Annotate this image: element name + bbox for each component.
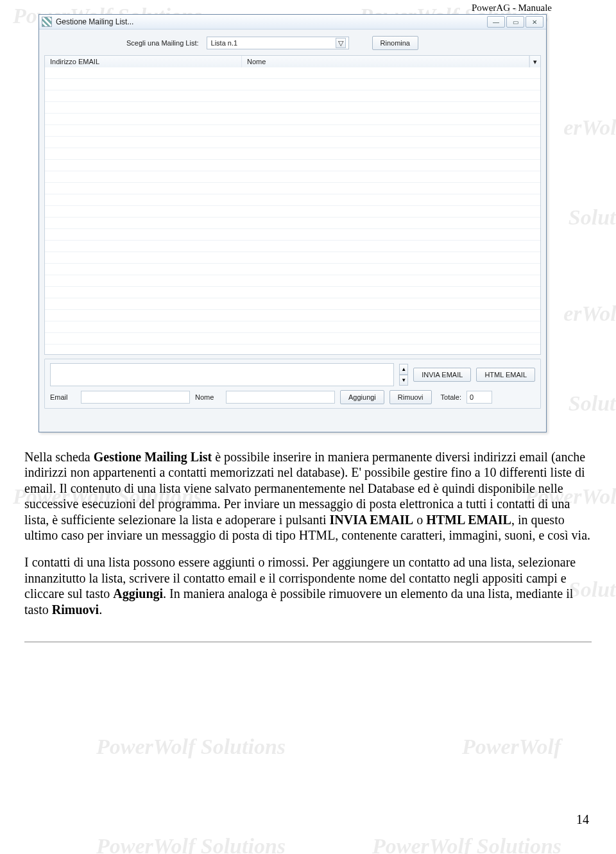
- table-row: [45, 206, 540, 218]
- spin-down-button[interactable]: ▼: [399, 375, 408, 386]
- column-email[interactable]: Indirizzo EMAIL: [45, 56, 242, 67]
- message-editor[interactable]: [50, 363, 394, 386]
- watermark: PowerWolf Solutions: [96, 834, 286, 854]
- table-row: [45, 333, 540, 345]
- watermark: erWolf: [563, 115, 616, 140]
- table-body[interactable]: [45, 67, 540, 354]
- body-text: Nella scheda Gestione Mailing List è pos…: [24, 449, 592, 649]
- table-header: Indirizzo EMAIL Nome ▾: [45, 56, 540, 68]
- totale-value: 0: [466, 391, 492, 404]
- titlebar: Gestione Mailing List... — ▭ ✕: [39, 15, 546, 30]
- table-row: [45, 125, 540, 137]
- watermark: PowerWolf: [462, 735, 561, 759]
- window: Gestione Mailing List... — ▭ ✕ Scegli un…: [38, 14, 547, 432]
- rimuovi-button[interactable]: Rimuovi: [389, 390, 432, 404]
- table-row: [45, 194, 540, 206]
- editor-spin: ▲ ▼: [399, 364, 408, 386]
- close-button[interactable]: ✕: [526, 16, 543, 28]
- app-icon: [42, 17, 52, 27]
- table-row: [45, 287, 540, 298]
- table-row: [45, 114, 540, 125]
- table-row: [45, 218, 540, 229]
- table-row: [45, 67, 540, 79]
- table-row: [45, 171, 540, 183]
- watermark: Solutio: [569, 205, 616, 230]
- rename-button[interactable]: Rinomina: [372, 36, 418, 50]
- watermark: PowerWolf Solutions: [372, 834, 561, 854]
- table-row: [45, 264, 540, 275]
- maximize-button[interactable]: ▭: [506, 16, 524, 28]
- watermark: erWolf: [563, 302, 616, 326]
- table-row: [45, 345, 540, 354]
- html-email-button[interactable]: HTML EMAIL: [476, 368, 535, 382]
- table-row: [45, 183, 540, 194]
- table-row: [45, 321, 540, 333]
- page-number: 14: [576, 812, 589, 827]
- table-row: [45, 241, 540, 252]
- mailing-list-value: Lista n.1: [211, 39, 238, 47]
- table-row: [45, 148, 540, 160]
- scroll-down-icon[interactable]: ▾: [529, 56, 540, 67]
- table-row: [45, 102, 540, 114]
- watermark: PowerWolf Solutions: [96, 735, 286, 759]
- totale-label: Totale:: [441, 393, 461, 401]
- column-nome[interactable]: Nome: [242, 56, 529, 67]
- aggiungi-button[interactable]: Aggiungi: [340, 390, 384, 404]
- table-row: [45, 79, 540, 90]
- paragraph-2: I contatti di una lista possono essere a…: [24, 554, 592, 617]
- spin-up-button[interactable]: ▲: [399, 364, 408, 375]
- watermark: Solutio: [569, 391, 616, 416]
- document-header: PowerAG - Manuale: [472, 3, 552, 13]
- email-label: Email: [50, 393, 76, 401]
- table-row: [45, 160, 540, 171]
- window-title: Gestione Mailing List...: [56, 17, 133, 26]
- bottom-panel: ▲ ▼ INVIA EMAIL HTML EMAIL Email Nome Ag…: [44, 359, 541, 409]
- email-input[interactable]: [81, 391, 190, 404]
- table-row: [45, 298, 540, 310]
- select-mailing-label: Scegli una Mailing List:: [126, 39, 199, 47]
- nome-input[interactable]: [226, 391, 335, 404]
- table-row: [45, 137, 540, 148]
- mailing-list-combo[interactable]: Lista n.1 ▽: [207, 37, 349, 49]
- table-row: [45, 90, 540, 102]
- invia-email-button[interactable]: INVIA EMAIL: [413, 368, 471, 382]
- chevron-down-icon[interactable]: ▽: [336, 38, 346, 48]
- table-row: [45, 310, 540, 321]
- minimize-button[interactable]: —: [487, 16, 505, 28]
- table-row: [45, 229, 540, 241]
- paragraph-1: Nella scheda Gestione Mailing List è pos…: [24, 449, 592, 543]
- table-row: [45, 252, 540, 264]
- divider: [24, 642, 592, 642]
- table-row: [45, 275, 540, 287]
- nome-label: Nome: [195, 393, 221, 401]
- mailing-table: Indirizzo EMAIL Nome ▾: [44, 55, 541, 355]
